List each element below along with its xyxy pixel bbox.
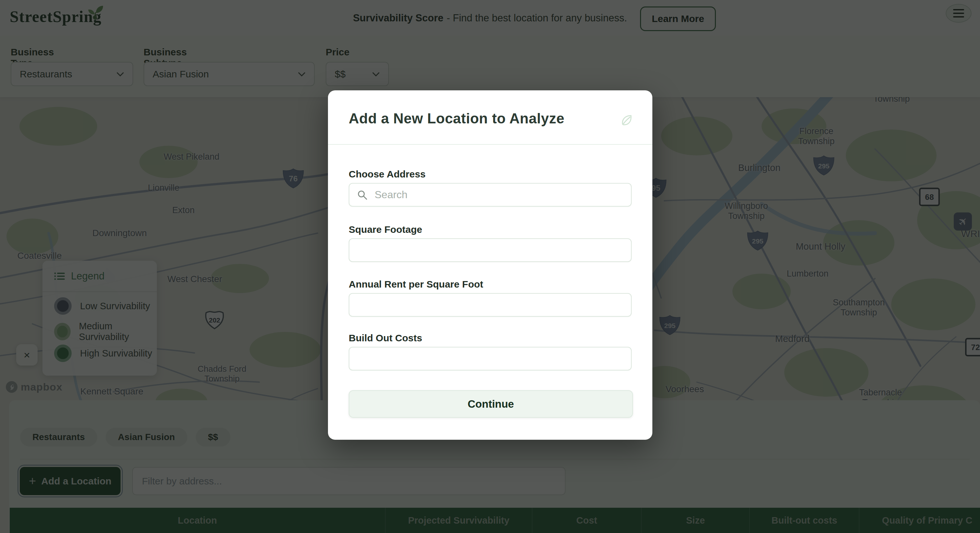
field-label: Annual Rent per Square Foot (349, 279, 632, 290)
modal-divider (328, 144, 652, 145)
continue-button[interactable]: Continue (349, 390, 633, 418)
field-label: Square Footage (349, 224, 632, 235)
build-out-costs-input[interactable] (349, 347, 632, 370)
leaf-icon (619, 113, 633, 127)
square-footage-input[interactable] (349, 238, 632, 262)
modal-field: Build Out Costs (349, 333, 632, 370)
search-icon (357, 190, 368, 200)
field-label: Build Out Costs (349, 333, 632, 344)
field-label: Choose Address (349, 169, 632, 180)
modal-field: Annual Rent per Square Foot (349, 279, 632, 317)
add-location-modal: Add a New Location to Analyze Choose Add… (328, 90, 652, 440)
modal-field: Square Footage (349, 224, 632, 262)
modal-field: Choose Address (349, 169, 632, 206)
modal-title: Add a New Location to Analyze (349, 110, 565, 127)
choose-address-input[interactable] (349, 183, 632, 206)
annual-rent-per-square-foot-input[interactable] (349, 293, 632, 317)
